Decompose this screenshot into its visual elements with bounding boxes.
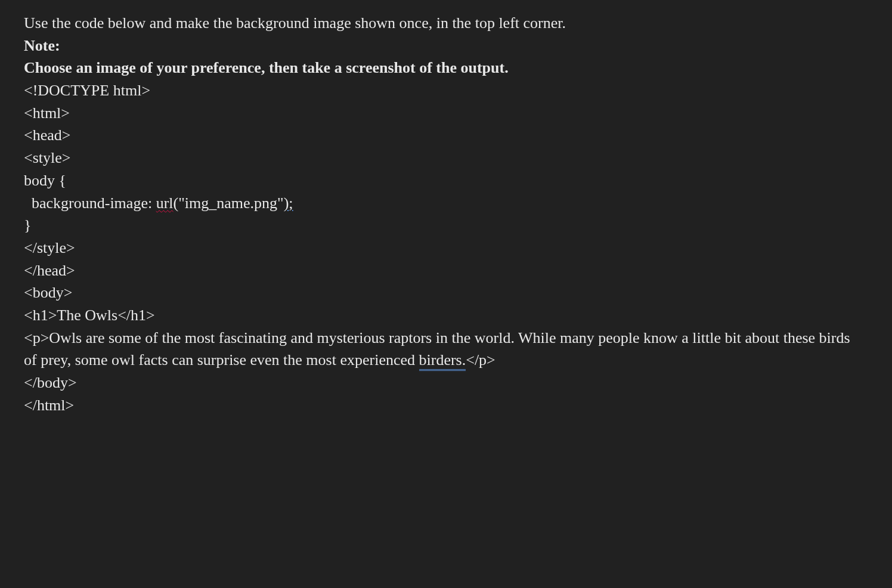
grammar-underline-paren: ); [284, 194, 293, 212]
document-content: Use the code below and make the backgrou… [24, 12, 859, 416]
grammar-underline-birders: birders. [419, 351, 466, 371]
code-line-head-open: <head> [24, 124, 859, 147]
code-line-style-open: <style> [24, 147, 859, 169]
code-line-html-open: <html> [24, 102, 859, 125]
note-label: Note: [24, 35, 859, 57]
spellcheck-underline-url: url [156, 194, 174, 212]
code-text: background-image: [24, 194, 156, 212]
code-line-bg-image: background-image: url("img_name.png"); [24, 192, 859, 215]
code-line-h1: <h1>The Owls</h1> [24, 304, 859, 327]
note-body: Choose an image of your preference, then… [24, 57, 859, 79]
code-line-body-open: <body> [24, 281, 859, 304]
code-line-doctype: <!DOCTYPE html> [24, 79, 859, 102]
code-line-brace-close: } [24, 214, 859, 237]
code-line-head-close: </head> [24, 259, 859, 282]
code-line-html-close: </html> [24, 394, 859, 417]
code-line-style-close: </style> [24, 237, 859, 259]
code-line-body-close: </body> [24, 372, 859, 394]
code-line-paragraph: <p>Owls are some of the most fascinating… [24, 327, 859, 372]
code-line-body-selector: body { [24, 169, 859, 192]
instruction-text: Use the code below and make the backgrou… [24, 12, 859, 35]
code-text: ("img_name.png" [174, 194, 284, 212]
code-text: </p> [466, 351, 495, 369]
